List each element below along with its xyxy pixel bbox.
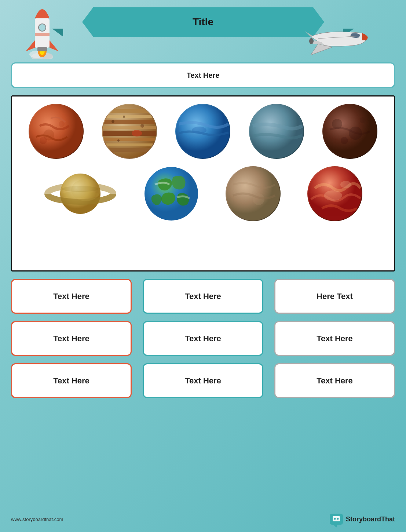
footer-logo-text: StoryboardThat xyxy=(346,515,395,523)
text-box-col1-row2-label: Text Here xyxy=(53,334,89,343)
planet-neptune-icon xyxy=(175,104,230,159)
text-box-col2-row1-label: Text Here xyxy=(185,292,221,301)
planet-saturn-icon xyxy=(44,166,117,221)
text-box-col2-row1: Text Here xyxy=(143,279,263,314)
svg-rect-61 xyxy=(333,516,340,521)
page-title: Title xyxy=(193,16,213,28)
text-box-col1-row2: Text Here xyxy=(11,321,132,356)
planet-mercury-icon xyxy=(322,104,377,159)
svg-point-30 xyxy=(117,139,120,142)
svg-rect-18 xyxy=(103,109,156,113)
svg-rect-24 xyxy=(103,143,156,146)
text-box-col1-row1: Text Here xyxy=(11,279,132,314)
text-box-col1-row3: Text Here xyxy=(11,363,132,398)
svg-point-59 xyxy=(324,190,342,201)
svg-point-41 xyxy=(360,117,366,123)
text-box-col2-row2-label: Text Here xyxy=(185,334,221,343)
svg-point-29 xyxy=(140,124,144,128)
planet-row-1 xyxy=(19,104,387,159)
text-box-col3-row1-label: Here Text xyxy=(317,292,353,301)
svg-rect-19 xyxy=(103,115,156,118)
svg-point-12 xyxy=(29,105,83,158)
footer-url: www.storyboardthat.com xyxy=(11,517,63,522)
planet-row-2 xyxy=(19,166,387,221)
svg-point-63 xyxy=(337,518,339,520)
planet-mars-icon xyxy=(29,104,84,159)
text-box-col2-row3-label: Text Here xyxy=(185,376,221,386)
planet-grid-area xyxy=(11,95,395,272)
planet-earth-icon xyxy=(144,166,199,221)
svg-point-6 xyxy=(39,24,46,31)
svg-point-49 xyxy=(61,191,99,198)
planet-venus-icon xyxy=(307,166,362,221)
svg-point-60 xyxy=(340,181,351,188)
svg-point-33 xyxy=(192,127,206,134)
footer-logo: StoryboardThat xyxy=(330,514,395,525)
title-banner: Title xyxy=(93,7,313,37)
svg-rect-8 xyxy=(35,33,50,36)
svg-point-62 xyxy=(334,518,336,520)
description-box: Text Here xyxy=(11,62,395,88)
planet-jupiter-icon xyxy=(102,104,157,159)
text-box-col3-row3-label: Text Here xyxy=(317,376,353,386)
svg-rect-22 xyxy=(103,131,156,136)
svg-point-27 xyxy=(111,120,114,123)
text-box-col1-row1-label: Text Here xyxy=(53,292,89,301)
rocket-left-icon xyxy=(18,0,66,59)
footer: www.storyboardthat.com StoryboardThat xyxy=(11,514,395,525)
text-boxes-section: Text Here Text Here Here Text Text Here … xyxy=(7,279,399,398)
shuttle-right-icon xyxy=(303,22,377,59)
svg-rect-20 xyxy=(103,120,156,124)
svg-point-50 xyxy=(62,186,99,192)
svg-point-15 xyxy=(40,137,47,144)
text-box-col2-row3: Text Here xyxy=(143,363,263,398)
header-area: Title xyxy=(0,0,406,59)
svg-point-54 xyxy=(226,167,280,221)
svg-point-9 xyxy=(309,38,314,44)
svg-rect-23 xyxy=(103,138,156,141)
text-box-col1-row3-label: Text Here xyxy=(53,376,89,386)
planet-uranus-icon xyxy=(249,104,304,159)
text-box-col3-row2-label: Text Here xyxy=(317,334,353,343)
text-box-col3-row3: Text Here xyxy=(274,363,395,398)
text-box-col3-row2: Text Here xyxy=(274,321,395,356)
svg-rect-25 xyxy=(103,148,156,152)
planet-pluto-icon xyxy=(226,166,281,221)
svg-point-26 xyxy=(132,130,142,136)
storyboard-logo-icon xyxy=(330,514,343,525)
svg-point-40 xyxy=(341,137,348,144)
svg-rect-21 xyxy=(103,126,156,129)
svg-point-35 xyxy=(250,105,303,158)
svg-point-28 xyxy=(123,116,125,118)
text-box-col3-row1: Here Text xyxy=(274,279,395,314)
svg-rect-7 xyxy=(37,47,47,51)
svg-point-14 xyxy=(59,121,65,127)
description-text: Text Here xyxy=(187,71,220,80)
text-box-col2-row2: Text Here xyxy=(143,321,263,356)
